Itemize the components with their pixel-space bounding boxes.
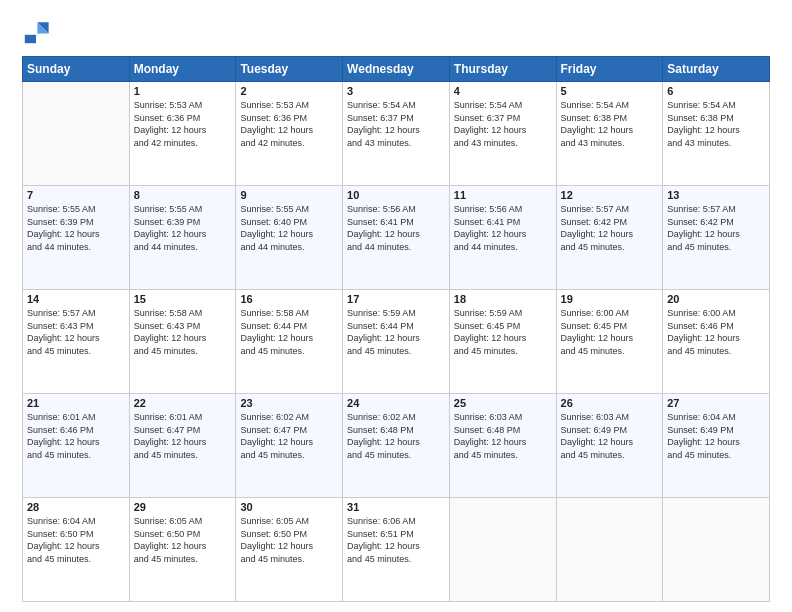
day-number: 12 [561,189,659,201]
day-cell [663,498,770,602]
day-info: Sunrise: 6:02 AMSunset: 6:47 PMDaylight:… [240,411,338,461]
day-cell: 6Sunrise: 5:54 AMSunset: 6:38 PMDaylight… [663,82,770,186]
day-number: 23 [240,397,338,409]
day-cell: 15Sunrise: 5:58 AMSunset: 6:43 PMDayligh… [129,290,236,394]
day-number: 22 [134,397,232,409]
day-number: 20 [667,293,765,305]
day-number: 1 [134,85,232,97]
day-info: Sunrise: 5:56 AMSunset: 6:41 PMDaylight:… [454,203,552,253]
day-cell: 22Sunrise: 6:01 AMSunset: 6:47 PMDayligh… [129,394,236,498]
day-number: 8 [134,189,232,201]
day-info: Sunrise: 6:01 AMSunset: 6:46 PMDaylight:… [27,411,125,461]
day-cell: 23Sunrise: 6:02 AMSunset: 6:47 PMDayligh… [236,394,343,498]
day-cell: 31Sunrise: 6:06 AMSunset: 6:51 PMDayligh… [343,498,450,602]
day-number: 26 [561,397,659,409]
day-info: Sunrise: 5:55 AMSunset: 6:39 PMDaylight:… [134,203,232,253]
day-number: 3 [347,85,445,97]
day-number: 21 [27,397,125,409]
day-cell: 27Sunrise: 6:04 AMSunset: 6:49 PMDayligh… [663,394,770,498]
logo [22,18,54,46]
day-cell: 19Sunrise: 6:00 AMSunset: 6:45 PMDayligh… [556,290,663,394]
week-row-1: 1Sunrise: 5:53 AMSunset: 6:36 PMDaylight… [23,82,770,186]
week-row-5: 28Sunrise: 6:04 AMSunset: 6:50 PMDayligh… [23,498,770,602]
day-cell: 26Sunrise: 6:03 AMSunset: 6:49 PMDayligh… [556,394,663,498]
day-info: Sunrise: 6:00 AMSunset: 6:46 PMDaylight:… [667,307,765,357]
day-info: Sunrise: 6:05 AMSunset: 6:50 PMDaylight:… [240,515,338,565]
day-cell: 11Sunrise: 5:56 AMSunset: 6:41 PMDayligh… [449,186,556,290]
weekday-tuesday: Tuesday [236,57,343,82]
day-info: Sunrise: 5:55 AMSunset: 6:39 PMDaylight:… [27,203,125,253]
day-cell: 25Sunrise: 6:03 AMSunset: 6:48 PMDayligh… [449,394,556,498]
day-number: 28 [27,501,125,513]
weekday-monday: Monday [129,57,236,82]
day-cell: 10Sunrise: 5:56 AMSunset: 6:41 PMDayligh… [343,186,450,290]
calendar: SundayMondayTuesdayWednesdayThursdayFrid… [22,56,770,602]
day-info: Sunrise: 6:00 AMSunset: 6:45 PMDaylight:… [561,307,659,357]
day-number: 14 [27,293,125,305]
day-info: Sunrise: 6:03 AMSunset: 6:48 PMDaylight:… [454,411,552,461]
day-number: 31 [347,501,445,513]
day-number: 5 [561,85,659,97]
day-info: Sunrise: 6:05 AMSunset: 6:50 PMDaylight:… [134,515,232,565]
day-cell: 9Sunrise: 5:55 AMSunset: 6:40 PMDaylight… [236,186,343,290]
day-cell: 14Sunrise: 5:57 AMSunset: 6:43 PMDayligh… [23,290,130,394]
day-number: 18 [454,293,552,305]
day-cell: 21Sunrise: 6:01 AMSunset: 6:46 PMDayligh… [23,394,130,498]
weekday-saturday: Saturday [663,57,770,82]
day-cell: 24Sunrise: 6:02 AMSunset: 6:48 PMDayligh… [343,394,450,498]
weekday-header-row: SundayMondayTuesdayWednesdayThursdayFrid… [23,57,770,82]
day-cell: 17Sunrise: 5:59 AMSunset: 6:44 PMDayligh… [343,290,450,394]
weekday-thursday: Thursday [449,57,556,82]
day-cell: 1Sunrise: 5:53 AMSunset: 6:36 PMDaylight… [129,82,236,186]
day-info: Sunrise: 5:54 AMSunset: 6:37 PMDaylight:… [347,99,445,149]
day-cell: 30Sunrise: 6:05 AMSunset: 6:50 PMDayligh… [236,498,343,602]
generalblue-logo-icon [22,18,50,46]
day-number: 15 [134,293,232,305]
day-info: Sunrise: 5:59 AMSunset: 6:44 PMDaylight:… [347,307,445,357]
day-cell: 7Sunrise: 5:55 AMSunset: 6:39 PMDaylight… [23,186,130,290]
day-number: 6 [667,85,765,97]
day-cell [23,82,130,186]
day-number: 2 [240,85,338,97]
weekday-friday: Friday [556,57,663,82]
day-cell: 4Sunrise: 5:54 AMSunset: 6:37 PMDaylight… [449,82,556,186]
day-info: Sunrise: 6:04 AMSunset: 6:49 PMDaylight:… [667,411,765,461]
weekday-sunday: Sunday [23,57,130,82]
day-number: 11 [454,189,552,201]
day-info: Sunrise: 5:56 AMSunset: 6:41 PMDaylight:… [347,203,445,253]
day-cell: 2Sunrise: 5:53 AMSunset: 6:36 PMDaylight… [236,82,343,186]
day-number: 24 [347,397,445,409]
day-cell: 29Sunrise: 6:05 AMSunset: 6:50 PMDayligh… [129,498,236,602]
header [22,18,770,46]
page: SundayMondayTuesdayWednesdayThursdayFrid… [0,0,792,612]
day-number: 10 [347,189,445,201]
day-number: 19 [561,293,659,305]
day-info: Sunrise: 6:01 AMSunset: 6:47 PMDaylight:… [134,411,232,461]
day-info: Sunrise: 5:54 AMSunset: 6:38 PMDaylight:… [667,99,765,149]
day-cell: 12Sunrise: 5:57 AMSunset: 6:42 PMDayligh… [556,186,663,290]
day-cell [449,498,556,602]
day-cell: 28Sunrise: 6:04 AMSunset: 6:50 PMDayligh… [23,498,130,602]
day-info: Sunrise: 5:53 AMSunset: 6:36 PMDaylight:… [134,99,232,149]
day-number: 30 [240,501,338,513]
day-number: 16 [240,293,338,305]
day-info: Sunrise: 5:57 AMSunset: 6:42 PMDaylight:… [561,203,659,253]
svg-rect-3 [25,35,36,43]
day-number: 13 [667,189,765,201]
day-info: Sunrise: 5:57 AMSunset: 6:42 PMDaylight:… [667,203,765,253]
day-info: Sunrise: 5:59 AMSunset: 6:45 PMDaylight:… [454,307,552,357]
day-number: 25 [454,397,552,409]
day-cell: 18Sunrise: 5:59 AMSunset: 6:45 PMDayligh… [449,290,556,394]
day-cell: 16Sunrise: 5:58 AMSunset: 6:44 PMDayligh… [236,290,343,394]
day-number: 9 [240,189,338,201]
day-cell: 5Sunrise: 5:54 AMSunset: 6:38 PMDaylight… [556,82,663,186]
day-info: Sunrise: 5:54 AMSunset: 6:37 PMDaylight:… [454,99,552,149]
day-info: Sunrise: 5:57 AMSunset: 6:43 PMDaylight:… [27,307,125,357]
week-row-4: 21Sunrise: 6:01 AMSunset: 6:46 PMDayligh… [23,394,770,498]
day-number: 7 [27,189,125,201]
day-number: 29 [134,501,232,513]
day-info: Sunrise: 6:03 AMSunset: 6:49 PMDaylight:… [561,411,659,461]
day-info: Sunrise: 5:55 AMSunset: 6:40 PMDaylight:… [240,203,338,253]
day-cell: 20Sunrise: 6:00 AMSunset: 6:46 PMDayligh… [663,290,770,394]
day-cell [556,498,663,602]
